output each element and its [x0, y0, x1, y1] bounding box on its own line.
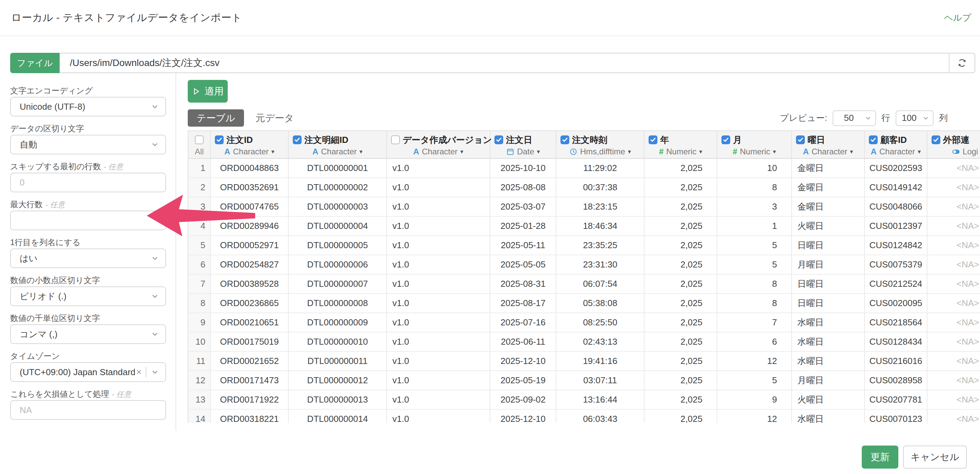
cell: v1.0: [387, 236, 490, 255]
column-type-dropdown[interactable]: ACharacter▾: [211, 146, 288, 157]
preview-label: プレビュー:: [780, 112, 827, 124]
cell: 2025-05-19: [490, 371, 557, 390]
divider: [146, 367, 146, 377]
column-type-dropdown[interactable]: ACharacter▾: [792, 146, 864, 157]
cell: DTL000000012: [289, 371, 387, 390]
caret-down-icon: ▾: [850, 148, 853, 155]
file-path-field[interactable]: /Users/im/Downloads/注文/注文.csv: [60, 53, 950, 73]
cell: 23:35:25: [557, 236, 644, 255]
cell: 火曜日: [792, 217, 865, 235]
cell: 2025-08-08: [490, 178, 557, 197]
cell: v1.0: [387, 371, 490, 390]
skip-rows-input[interactable]: [10, 173, 166, 192]
row-number: 9: [188, 313, 211, 332]
chevron-down-icon: [150, 330, 159, 339]
column-type-label: Character: [233, 147, 268, 157]
column-checkbox[interactable]: [391, 135, 400, 144]
column-type-dropdown[interactable]: #Numeric▾: [644, 146, 717, 157]
cell: 08:25:50: [557, 313, 644, 332]
help-link[interactable]: ヘルプ: [944, 12, 971, 24]
cell: CUS0070123: [865, 410, 928, 423]
thousands-separator-select[interactable]: コンマ (,): [10, 324, 166, 344]
cell: CUS0020095: [865, 294, 928, 312]
cell: CUS0202593: [865, 159, 928, 178]
column-type-dropdown[interactable]: #Numeric▾: [718, 146, 791, 157]
table-row: 8ORD00236865DTL000000008v1.02025-08-1705…: [188, 294, 980, 313]
chevron-down-icon: [864, 114, 872, 122]
apply-button[interactable]: 適用: [188, 80, 228, 103]
column-checkbox[interactable]: [932, 135, 940, 144]
cell: 日曜日: [792, 236, 865, 255]
refresh-icon: [957, 57, 967, 68]
chevron-down-icon: [150, 292, 159, 301]
cell: v1.0: [387, 313, 490, 332]
caret-down-icon: ▾: [460, 148, 463, 155]
column-type-label: Character: [422, 147, 457, 157]
chevron-down-icon: [150, 254, 159, 263]
cell: 2,025: [644, 274, 718, 293]
refresh-button[interactable]: [949, 53, 975, 73]
max-rows-input[interactable]: [10, 211, 166, 230]
select-all-checkbox[interactable]: [195, 135, 204, 144]
cell: <NA>: [928, 294, 980, 312]
column-type-dropdown[interactable]: Hms,difftime▾: [557, 146, 644, 157]
column-type-dropdown[interactable]: ACharacter▾: [387, 146, 490, 157]
column-checkbox[interactable]: [560, 135, 569, 144]
first-row-names-label: 1行目を列名にする: [10, 237, 165, 246]
column-checkbox[interactable]: [869, 135, 878, 144]
delimiter-select[interactable]: 自動: [10, 135, 166, 154]
cell: 2025-06-11: [490, 333, 557, 351]
decimal-separator-select[interactable]: ピリオド (.): [10, 287, 166, 306]
cancel-button[interactable]: キャンセル: [903, 445, 967, 469]
preview-rows-select[interactable]: 50: [833, 110, 876, 126]
cell: 03:07:11: [557, 371, 644, 390]
encoding-select[interactable]: Unicode (UTF-8): [10, 97, 166, 116]
cell: 2025-12-10: [490, 410, 557, 423]
column-header: 注文日Date▾: [490, 131, 557, 158]
thousands-separator-label: 数値の千単位区切り文字: [10, 313, 165, 322]
cell: ORD00236865: [211, 294, 289, 312]
column-checkbox[interactable]: [495, 135, 503, 144]
table-row: 6ORD00254827DTL000000006v1.02025-05-0523…: [188, 255, 980, 274]
file-button[interactable]: ファイル: [10, 53, 60, 73]
cell: CUS0028958: [865, 371, 928, 390]
cell: v1.0: [387, 352, 490, 370]
cell: <NA>: [928, 313, 980, 332]
tab-raw-data[interactable]: 元データ: [256, 109, 294, 127]
character-type-icon: A: [224, 147, 230, 157]
first-row-names-select[interactable]: はい: [10, 249, 166, 268]
column-name: 注文ID: [226, 134, 253, 146]
cell: 2,025: [644, 390, 718, 409]
cell: v1.0: [387, 410, 490, 423]
cell: v1.0: [387, 274, 490, 293]
column-checkbox[interactable]: [215, 135, 224, 144]
row-number: 13: [188, 390, 211, 409]
column-checkbox[interactable]: [293, 135, 302, 144]
column-checkbox[interactable]: [796, 135, 805, 144]
column-type-dropdown[interactable]: Date▾: [490, 146, 556, 157]
timezone-select[interactable]: (UTC+09:00) Japan Standard T ×: [10, 362, 166, 382]
column-type-dropdown[interactable]: ACharacter▾: [865, 146, 927, 157]
cell: 水曜日: [792, 410, 865, 423]
cell: v1.0: [387, 294, 490, 312]
column-name: 外部連: [943, 134, 969, 146]
cell: v1.0: [387, 255, 490, 274]
column-type-dropdown[interactable]: ACharacter▾: [289, 146, 386, 157]
column-checkbox[interactable]: [721, 135, 730, 144]
missing-values-input[interactable]: [10, 400, 166, 420]
cell: 5: [718, 236, 792, 255]
column-type-dropdown[interactable]: Logi▾: [928, 146, 980, 157]
update-button[interactable]: 更新: [862, 445, 898, 469]
chevron-down-icon: [922, 114, 929, 122]
missing-values-label: これらを欠損値として処理- 任意: [10, 389, 165, 398]
row-number: 12: [188, 371, 211, 390]
cell: 2,025: [644, 313, 718, 332]
column-type-label: Numeric: [740, 147, 770, 157]
cell: 8: [718, 178, 792, 197]
tab-table[interactable]: テーブル: [188, 109, 244, 127]
caret-down-icon: ▾: [271, 148, 274, 155]
column-checkbox[interactable]: [649, 135, 657, 144]
preview-cols-select[interactable]: 100: [896, 110, 934, 126]
cell: ORD00318221: [211, 410, 289, 423]
clear-timezone-icon[interactable]: ×: [136, 367, 142, 377]
